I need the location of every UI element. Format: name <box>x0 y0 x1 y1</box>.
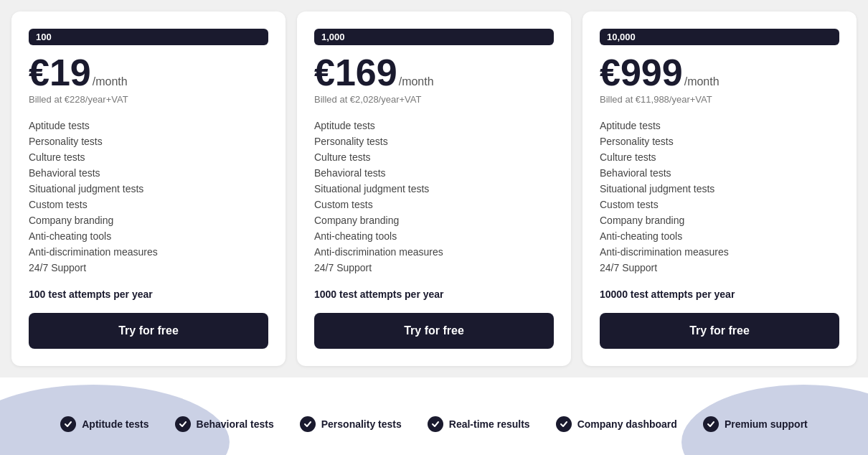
features-list-0: Aptitude testsPersonality testsCulture t… <box>29 118 268 276</box>
pricing-card-2: 10,000€999/monthBilled at €11,988/year+V… <box>582 11 857 366</box>
features-list-2: Aptitude testsPersonality testsCulture t… <box>600 118 839 276</box>
features-list-1: Aptitude testsPersonality testsCulture t… <box>314 118 554 276</box>
attempts-text-0: 100 test attempts per year <box>29 289 268 300</box>
feature-item: Custom tests <box>600 197 839 212</box>
feature-item: Aptitude tests <box>600 118 839 133</box>
bottom-feature-label-4: Company dashboard <box>577 418 677 430</box>
plan-badge-0: 100 <box>29 29 268 45</box>
billed-info-2: Billed at €11,988/year+VAT <box>600 94 839 105</box>
bottom-feature-label-1: Behavioral tests <box>197 418 274 430</box>
feature-item: Behavioral tests <box>600 165 839 181</box>
bottom-feature-item-5: Premium support <box>703 416 808 432</box>
feature-item: Anti-cheating tools <box>314 228 554 244</box>
bottom-feature-item-1: Behavioral tests <box>175 416 274 432</box>
feature-item: Anti-discrimination measures <box>314 244 554 260</box>
feature-item: Situational judgment tests <box>600 181 839 197</box>
bottom-feature-label-3: Real-time results <box>449 418 530 430</box>
price-main-0: €19 <box>29 54 91 91</box>
feature-item: Culture tests <box>29 149 268 165</box>
feature-item: Company branding <box>600 212 839 228</box>
price-row-2: €999/month <box>600 54 839 91</box>
try-free-button-0[interactable]: Try for free <box>29 313 268 349</box>
attempts-text-1: 1000 test attempts per year <box>314 289 554 300</box>
billed-info-0: Billed at €228/year+VAT <box>29 94 268 105</box>
feature-item: Situational judgment tests <box>314 181 554 197</box>
feature-item: Custom tests <box>29 197 268 212</box>
feature-item: 24/7 Support <box>314 260 554 276</box>
bottom-features: Aptitude testsBehavioral testsPersonalit… <box>17 416 851 432</box>
price-period-0: /month <box>93 75 128 88</box>
feature-item: Aptitude tests <box>314 118 554 133</box>
feature-item: Custom tests <box>314 197 554 212</box>
feature-item: Company branding <box>29 212 268 228</box>
feature-item: Aptitude tests <box>29 118 268 133</box>
price-period-2: /month <box>684 75 720 88</box>
bottom-feature-label-0: Aptitude tests <box>82 418 148 430</box>
check-icon-4 <box>556 416 572 432</box>
plan-badge-1: 1,000 <box>314 29 554 45</box>
feature-item: 24/7 Support <box>600 260 839 276</box>
price-main-1: €169 <box>314 54 397 91</box>
try-free-button-1[interactable]: Try for free <box>314 313 554 349</box>
check-icon-1 <box>175 416 191 432</box>
bottom-feature-item-2: Personality tests <box>300 416 402 432</box>
price-main-2: €999 <box>600 54 683 91</box>
bottom-feature-item-0: Aptitude tests <box>60 416 148 432</box>
try-free-button-2[interactable]: Try for free <box>600 313 839 349</box>
price-row-1: €169/month <box>314 54 554 91</box>
feature-item: Anti-discrimination measures <box>600 244 839 260</box>
bottom-feature-item-3: Real-time results <box>428 416 530 432</box>
feature-item: Anti-cheating tools <box>600 228 839 244</box>
feature-item: Personality tests <box>314 133 554 149</box>
check-icon-5 <box>703 416 719 432</box>
billed-info-1: Billed at €2,028/year+VAT <box>314 94 554 105</box>
bottom-feature-label-5: Premium support <box>725 418 808 430</box>
check-icon-0 <box>60 416 76 432</box>
feature-item: Behavioral tests <box>29 165 268 181</box>
plan-badge-2: 10,000 <box>600 29 839 45</box>
pricing-section: 100€19/monthBilled at €228/year+VATAptit… <box>0 0 868 377</box>
check-icon-2 <box>300 416 316 432</box>
pricing-card-0: 100€19/monthBilled at €228/year+VATAptit… <box>11 11 286 366</box>
feature-item: 24/7 Support <box>29 260 268 276</box>
price-row-0: €19/month <box>29 54 268 91</box>
feature-item: Behavioral tests <box>314 165 554 181</box>
bottom-feature-label-2: Personality tests <box>321 418 402 430</box>
attempts-text-2: 10000 test attempts per year <box>600 289 839 300</box>
feature-item: Company branding <box>314 212 554 228</box>
feature-item: Personality tests <box>600 133 839 149</box>
feature-item: Anti-cheating tools <box>29 228 268 244</box>
bottom-feature-item-4: Company dashboard <box>556 416 677 432</box>
feature-item: Culture tests <box>600 149 839 165</box>
feature-item: Situational judgment tests <box>29 181 268 197</box>
bottom-bar: Aptitude testsBehavioral testsPersonalit… <box>0 377 868 455</box>
feature-item: Culture tests <box>314 149 554 165</box>
price-period-1: /month <box>399 75 434 88</box>
pricing-card-1: 1,000€169/monthBilled at €2,028/year+VAT… <box>297 11 571 366</box>
feature-item: Anti-discrimination measures <box>29 244 268 260</box>
feature-item: Personality tests <box>29 133 268 149</box>
check-icon-3 <box>428 416 443 432</box>
